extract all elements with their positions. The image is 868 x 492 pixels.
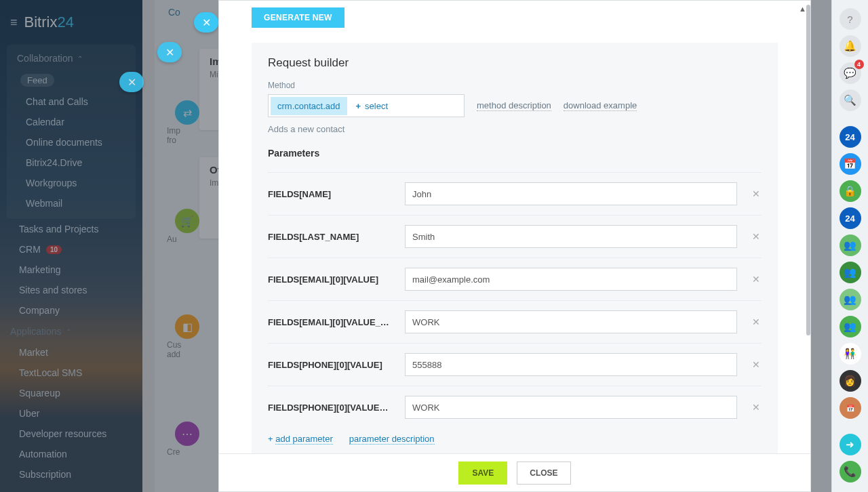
param-label: FIELDS[EMAIL][0][VALUE_… — [268, 317, 391, 327]
modal-close-inner[interactable]: ✕ — [119, 72, 144, 92]
parameter-description-link[interactable]: parameter description — [349, 434, 435, 445]
param-row: FIELDS[LAST_NAME]✕ — [268, 215, 762, 258]
param-input[interactable] — [405, 396, 737, 419]
b24-icon-2[interactable]: 24 — [840, 207, 861, 229]
method-select-link[interactable]: +select — [349, 97, 395, 115]
param-row: FIELDS[EMAIL][0][VALUE]✕ — [268, 258, 762, 300]
call-icon[interactable]: 📞 — [840, 461, 861, 483]
add-parameter-link[interactable]: + add parameter — [268, 434, 333, 445]
collapse-icon[interactable]: ▲ — [799, 5, 806, 13]
right-rail: ? 🔔 💬4 🔍 24 📅 🔒 24 👥 👥 👥 👥 👫 👩 📅 ➜ 📞 — [831, 0, 868, 492]
method-selector[interactable]: crm.contact.add +select — [268, 94, 465, 117]
param-input[interactable] — [405, 268, 737, 291]
group-icon-4[interactable]: 👥 — [840, 316, 861, 337]
scrollbar-thumb[interactable] — [806, 5, 810, 335]
search-icon[interactable]: 🔍 — [840, 89, 861, 111]
save-button[interactable]: SAVE — [458, 462, 507, 485]
calendar-icon[interactable]: 📅 — [840, 153, 861, 175]
group-icon-2[interactable]: 👥 — [840, 262, 861, 283]
b24-icon[interactable]: 24 — [840, 126, 861, 148]
param-label: FIELDS[LAST_NAME] — [268, 232, 391, 242]
param-row: FIELDS[PHONE][0][VALUE…✕ — [268, 386, 762, 428]
group-icon-3[interactable]: 👥 — [840, 289, 861, 310]
param-row: FIELDS[EMAIL][0][VALUE_…✕ — [268, 300, 762, 343]
method-description-link[interactable]: method description — [477, 100, 551, 111]
param-label: FIELDS[EMAIL][0][VALUE] — [268, 274, 391, 285]
remove-param-icon[interactable]: ✕ — [751, 402, 762, 413]
request-builder-panel: Request builder Method crm.contact.add +… — [252, 43, 778, 453]
param-input[interactable] — [405, 310, 737, 333]
method-label: Method — [268, 81, 762, 90]
help-icon[interactable]: ? — [840, 8, 861, 30]
remove-param-icon[interactable]: ✕ — [751, 274, 762, 285]
method-name: crm.contact.add — [271, 97, 347, 115]
param-label: FIELDS[NAME] — [268, 189, 391, 199]
param-label: FIELDS[PHONE][0][VALUE… — [268, 403, 391, 413]
param-input[interactable] — [405, 225, 737, 248]
lock-icon[interactable]: 🔒 — [840, 180, 861, 202]
method-description: Adds a new contact — [268, 124, 762, 134]
param-row: FIELDS[PHONE][0][VALUE]✕ — [268, 343, 762, 386]
request-builder-modal: ▲ GENERATE NEW Request builder Method cr… — [218, 0, 811, 492]
param-row: FIELDS[NAME]✕ — [268, 172, 762, 215]
logout-icon[interactable]: ➜ — [840, 434, 861, 455]
close-button[interactable]: CLOSE — [517, 462, 570, 485]
parameters-title: Parameters — [268, 148, 762, 167]
remove-param-icon[interactable]: ✕ — [751, 231, 762, 242]
generate-new-button[interactable]: GENERATE NEW — [252, 7, 344, 28]
remove-param-icon[interactable]: ✕ — [751, 188, 762, 199]
param-input[interactable] — [405, 182, 737, 205]
remove-param-icon[interactable]: ✕ — [751, 316, 762, 327]
modal-close-outer[interactable]: ✕ — [194, 12, 218, 33]
messages-icon[interactable]: 💬4 — [840, 62, 861, 84]
modal-footer: SAVE CLOSE — [219, 453, 810, 491]
modal-close-mid[interactable]: ✕ — [157, 42, 182, 62]
param-input[interactable] — [405, 353, 737, 376]
panel-title: Request builder — [268, 56, 762, 70]
messages-badge: 4 — [854, 60, 864, 69]
download-example-link[interactable]: download example — [564, 100, 637, 111]
notifications-icon[interactable]: 🔔 — [840, 35, 861, 57]
param-label: FIELDS[PHONE][0][VALUE] — [268, 360, 391, 370]
avatar-1[interactable]: 👫 — [840, 343, 861, 365]
group-icon-1[interactable]: 👥 — [840, 234, 861, 256]
remove-param-icon[interactable]: ✕ — [751, 359, 762, 370]
avatar-2[interactable]: 👩 — [840, 370, 861, 392]
date-icon[interactable]: 📅 — [840, 397, 861, 419]
